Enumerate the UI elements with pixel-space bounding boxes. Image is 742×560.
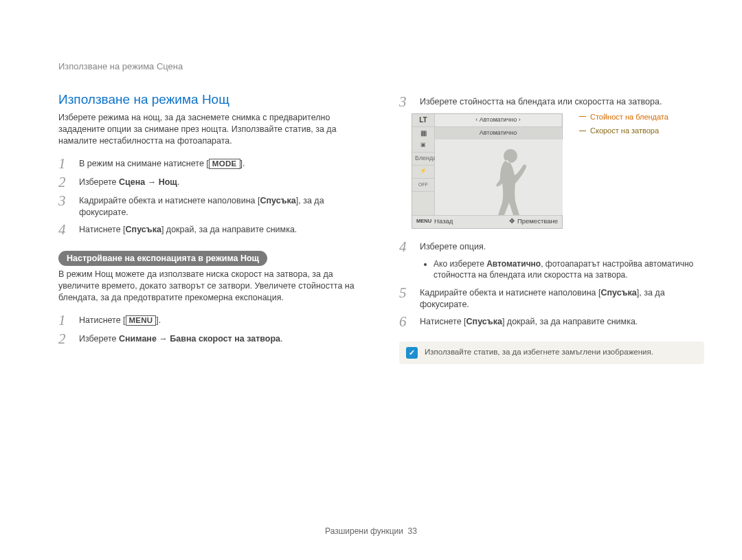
page-footer: Разширени функции 33 — [0, 526, 742, 537]
step-text: Изберете Снимане → Бавна скорост на затв… — [79, 332, 283, 345]
step-text: В режим на снимане натиснете [MODE]. — [79, 157, 245, 170]
step-text: Кадрирайте обекта и натиснете наполовина… — [79, 194, 363, 219]
steps-b: 1 Натиснете [MENU]. 2 Изберете Снимане →… — [58, 313, 363, 346]
callout-aperture-value: Стойност на блендата — [579, 112, 668, 122]
step-text: Натиснете [Спусъка] докрай, за да направ… — [79, 223, 297, 236]
lcd-label-blenda: Бленда — [412, 153, 434, 166]
step-text: Натиснете [MENU]. — [79, 313, 161, 326]
step-text: Натиснете [Спусъка] докрай, за да направ… — [420, 315, 638, 328]
mode-button: MODE — [209, 159, 240, 169]
lcd-callouts: Стойност на блендата Скорост на затвора — [579, 112, 668, 137]
step-number: 5 — [399, 286, 420, 300]
steps-c: 3 Изберете стойността на блендата или ск… — [399, 95, 704, 109]
lcd-off-icon: OFF — [412, 179, 434, 192]
lcd-figure: LT ‹ Автоматично › ▦ Автоматично ▣ Бленд… — [412, 113, 704, 229]
step-number: 1 — [58, 157, 79, 171]
lcd-flash-icon: ⚡ — [412, 166, 434, 179]
steps-e: 5 Кадрирайте обекта и натиснете наполови… — [399, 286, 704, 329]
sub-intro-paragraph: В режим Нощ можете да използвате ниска с… — [58, 269, 363, 304]
step-number: 2 — [58, 175, 79, 190]
lcd-move-hint: ✥ Преместване — [487, 216, 562, 228]
footer-section: Разширени функции — [325, 526, 403, 536]
tip-text: Използвайте статив, за да избегнете замъ… — [425, 347, 653, 358]
callout-shutter-speed: Скорост на затвора — [579, 126, 668, 136]
step-number: 1 — [58, 313, 79, 328]
step-number: 2 — [58, 332, 79, 346]
subheading-pill: Настройване на експонацията в режима Нощ — [58, 251, 267, 267]
person-silhouette-icon — [435, 139, 563, 215]
left-column: Използване на режима Нощ Изберете режима… — [58, 91, 363, 364]
lcd-spacer — [412, 192, 434, 215]
section-title: Използване на режима Нощ — [58, 91, 363, 109]
step-number: 3 — [399, 95, 420, 109]
move-icon: ✥ — [509, 217, 515, 226]
manual-page: Използване на режима Сцена Използване на… — [0, 0, 742, 560]
step-text: Изберете опция. — [420, 240, 486, 253]
two-columns: Използване на режима Нощ Изберете режима… — [58, 91, 704, 364]
steps-d: 4 Изберете опция. — [399, 240, 704, 254]
step-text: Кадрирайте обекта и натиснете наполовина… — [420, 286, 704, 311]
right-column: 3 Изберете стойността на блендата или ск… — [399, 91, 704, 364]
lcd-value-shutter-auto: Автоматично — [435, 127, 562, 139]
lcd-preview — [435, 139, 563, 215]
step-number: 6 — [399, 315, 420, 329]
step-number: 4 — [399, 240, 420, 254]
footer-page-number: 33 — [408, 526, 417, 536]
lcd-grid-icon: ▦ — [412, 127, 435, 139]
intro-paragraph: Изберете режима на нощ, за да заснемете … — [58, 112, 363, 147]
tip-box: ✓ Използвайте статив, за да избегнете за… — [399, 341, 704, 364]
sub-bullet: Ако изберете Автоматично, фотоапаратът н… — [434, 258, 704, 280]
lcd-aperture-icon: ▣ — [412, 139, 434, 153]
step-text: Изберете Сцена → Нощ. — [79, 175, 179, 188]
steps-a: 1 В режим на снимане натиснете [MODE]. 2… — [58, 157, 363, 237]
breadcrumb: Използване на режима Сцена — [58, 60, 704, 73]
lcd-back-hint: MENU Назад — [412, 216, 487, 228]
info-icon: ✓ — [406, 347, 418, 359]
step-4-sub: Ако изберете Автоматично, фотоапаратът н… — [423, 258, 704, 280]
camera-lcd: LT ‹ Автоматично › ▦ Автоматично ▣ Бленд… — [412, 113, 563, 229]
menu-button: MENU — [126, 315, 157, 326]
lcd-value-aperture-auto: ‹ Автоматично › — [435, 114, 562, 126]
step-number: 4 — [58, 223, 79, 237]
lcd-menu-small: MENU — [416, 218, 431, 225]
lcd-lt-badge: LT — [412, 114, 435, 126]
step-text: Изберете стойността на блендата или скор… — [420, 95, 662, 108]
step-number: 3 — [58, 194, 79, 208]
